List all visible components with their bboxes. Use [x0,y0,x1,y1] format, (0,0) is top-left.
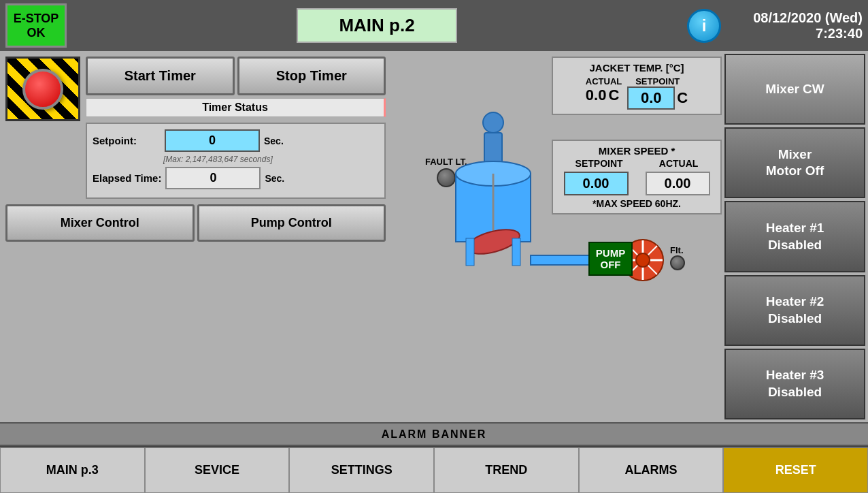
top-left-row: Start Timer Stop Timer Timer Status Setp… [5,57,386,199]
flt-light-indicator [670,255,685,270]
heater1-button[interactable]: Heater #1Disabled [724,201,865,272]
start-timer-button[interactable]: Start Timer [86,57,235,95]
nav-trend[interactable]: TREND [434,447,579,493]
flt-indicator-area: Flt. [670,245,685,270]
setpoint-input[interactable]: 0 [165,129,260,152]
heater2-button[interactable]: Heater #2Disabled [724,275,865,346]
svg-point-15 [636,253,650,267]
svg-point-0 [483,112,503,133]
left-panel: Start Timer Stop Timer Timer Status Setp… [0,51,391,422]
alarm-banner: ALARM BANNER [0,422,868,446]
svg-rect-8 [512,238,520,266]
elapsed-unit: Sec. [265,173,284,184]
pump-off-line1: PUMP [596,247,625,259]
timer-controls: Start Timer Stop Timer Timer Status Setp… [86,57,386,199]
time-display: 7:23:40 [816,26,863,41]
jacket-temp-title: JACKET TEMP. [°C] [557,62,716,74]
pump-control-button[interactable]: Pump Control [197,204,386,242]
main-content: Start Timer Stop Timer Timer Status Setp… [0,51,868,422]
nav-settings[interactable]: SETTINGS [289,447,434,493]
nav-alarms[interactable]: ALARMS [579,447,724,493]
setpoint-unit: Sec. [264,136,284,146]
alarm-banner-text: ALARM BANNER [382,428,487,441]
flt-label: Flt. [670,245,685,255]
pump-off-line2: OFF [601,259,621,270]
setpoint-hint: [Max: 2,147,483,647 seconds] [163,155,379,164]
nav-reset[interactable]: RESET [723,447,868,493]
nav-main-p3[interactable]: MAIN p.3 [0,447,145,493]
timer-status-bar: Timer Status [86,98,386,117]
mixer-cw-button[interactable]: Mixer CW [724,54,865,125]
center-panel: JACKET TEMP. [°C] ACTUAL 0.0 C SETPOINT … [391,51,722,422]
right-panel: Mixer CW MixerMotor Off Heater #1Disable… [722,51,868,422]
info-button[interactable]: i [687,9,721,43]
mixer-motor-off-button[interactable]: MixerMotor Off [724,127,865,198]
header: E-STOPOK MAIN p.2 i 08/12/2020 (Wed) 7:2… [0,0,868,51]
mixer-control-button[interactable]: Mixer Control [5,204,195,242]
estop-button[interactable]: E-STOPOK [5,3,67,48]
date-display: 08/12/2020 (Wed) [753,10,863,25]
pump-off-indicator: PUMP OFF [588,242,633,276]
svg-rect-7 [466,238,474,266]
timer-buttons: Start Timer Stop Timer [86,57,386,95]
page-title: MAIN p.2 [297,8,456,43]
stop-timer-button[interactable]: Stop Timer [237,57,386,95]
datetime-display: 08/12/2020 (Wed) 7:23:40 [727,10,863,42]
estop-indicator [5,57,80,121]
title-area: MAIN p.2 [72,8,682,43]
nav-service[interactable]: SEVICE [145,447,290,493]
bottom-nav: MAIN p.3 SEVICE SETTINGS TREND ALARMS RE… [0,446,868,493]
process-diagram [412,85,697,289]
elapsed-row: Elapsed Time: 0 Sec. [93,167,379,189]
estop-circle [22,69,63,110]
setpoint-label: Setpoint: [93,135,161,146]
bottom-control-buttons: Mixer Control Pump Control [5,204,386,242]
elapsed-label: Elapsed Time: [93,172,161,184]
setpoint-row: Setpoint: 0 Sec. [93,129,379,152]
heater3-button[interactable]: Heater #3Disabled [724,349,865,419]
timer-fields: Setpoint: 0 Sec. [Max: 2,147,483,647 sec… [86,123,386,199]
elapsed-display: 0 [165,167,261,189]
